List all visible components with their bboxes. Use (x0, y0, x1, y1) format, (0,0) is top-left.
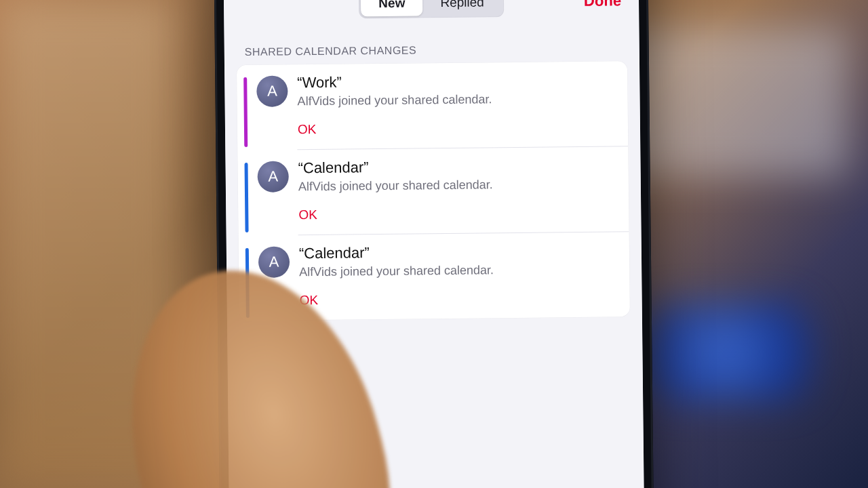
item-subtitle: AlfVids joined your shared calendar. (297, 91, 616, 108)
section-header: SHARED CALENDAR CHANGES (224, 19, 639, 65)
calendar-color-stripe (243, 77, 248, 147)
item-subtitle: AlfVids joined your shared calendar. (299, 262, 618, 279)
avatar: A (258, 246, 290, 277)
list-item[interactable]: A “Calendar” AlfVids joined your shared … (237, 146, 629, 235)
done-button[interactable]: Done (584, 0, 621, 10)
calendar-color-stripe (245, 163, 249, 232)
item-subtitle: AlfVids joined your shared calendar. (298, 176, 618, 194)
tab-new[interactable]: New (361, 0, 422, 16)
list-item[interactable]: A “Work” AlfVids joined your shared cale… (237, 61, 628, 150)
phone-frame: 9:53 68 New Replied Done SHARED CALENDAR… (213, 0, 654, 488)
item-title: “Calendar” (299, 241, 618, 262)
avatar: A (256, 75, 288, 106)
tab-replied[interactable]: Replied (422, 0, 502, 16)
segmented-control[interactable]: New Replied (359, 0, 504, 18)
avatar: A (257, 161, 288, 192)
changes-card: A “Work” AlfVids joined your shared cale… (237, 61, 630, 321)
item-title: “Work” (297, 70, 616, 92)
ok-button[interactable]: OK (298, 118, 317, 141)
item-title: “Calendar” (298, 156, 617, 177)
ok-button[interactable]: OK (298, 203, 317, 226)
